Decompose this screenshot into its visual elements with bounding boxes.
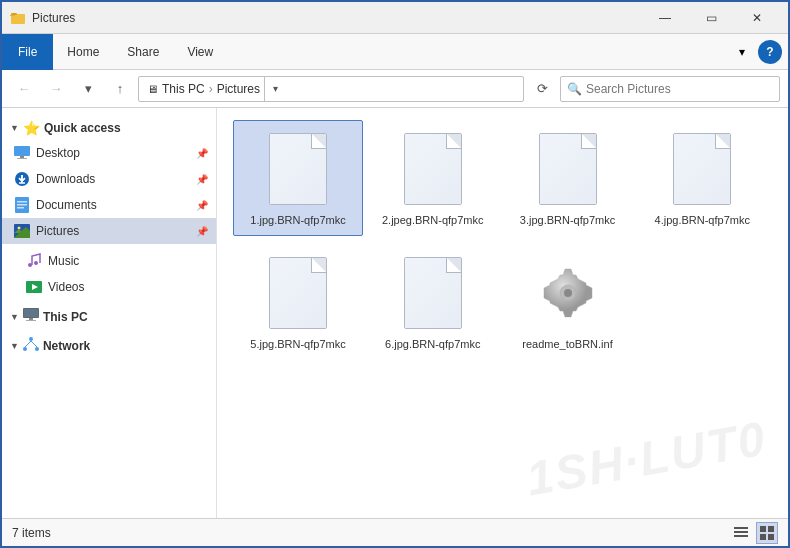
pin-icon-downloads: 📌: [196, 174, 208, 185]
file-item-6[interactable]: 6.jpg.BRN-qfp7mkc: [368, 244, 498, 360]
file-name-4: 4.jpg.BRN-qfp7mkc: [655, 213, 750, 227]
quick-access-header[interactable]: ▼ ⭐ Quick access: [2, 116, 216, 140]
this-pc-section: ▼ This PC: [2, 304, 216, 329]
refresh-button[interactable]: ⟳: [528, 75, 556, 103]
file-area: 1.jpg.BRN-qfp7mkc 2.jpeg.BRN-qfp7mkc 3.j…: [217, 108, 788, 522]
sidebar-item-desktop[interactable]: Desktop 📌: [2, 140, 216, 166]
gear-svg: [542, 267, 594, 319]
file-item-4[interactable]: 4.jpg.BRN-qfp7mkc: [637, 120, 767, 236]
network-section: ▼ Network: [2, 333, 216, 358]
file-icon-4: [667, 129, 737, 209]
quick-access-section: ▼ ⭐ Quick access Desktop 📌 Downloads 📌: [2, 116, 216, 244]
details-view-button[interactable]: [730, 522, 752, 544]
view-controls: [730, 522, 778, 544]
up-button[interactable]: ↑: [106, 75, 134, 103]
svg-line-29: [31, 341, 37, 347]
address-folder: Pictures: [217, 82, 260, 96]
ribbon-home-tab[interactable]: Home: [53, 34, 113, 70]
documents-icon: [14, 197, 30, 213]
svg-point-26: [23, 347, 27, 351]
recent-locations-button[interactable]: ▾: [74, 75, 102, 103]
sidebar-documents-label: Documents: [36, 198, 97, 212]
quick-access-label: Quick access: [44, 121, 121, 135]
address-path-box[interactable]: 🖥 This PC › Pictures ▾: [138, 76, 524, 102]
search-icon: 🔍: [567, 82, 582, 96]
svg-rect-36: [768, 526, 774, 532]
sidebar-desktop-label: Desktop: [36, 146, 80, 160]
minimize-button[interactable]: —: [642, 2, 688, 34]
search-box[interactable]: 🔍: [560, 76, 780, 102]
sidebar-music-label: Music: [48, 254, 79, 268]
address-pc-icon: 🖥: [147, 83, 158, 95]
item-count: 7 items: [12, 526, 51, 540]
tiles-view-button[interactable]: [756, 522, 778, 544]
file-icon-1: [263, 129, 333, 209]
svg-rect-12: [17, 201, 27, 203]
svg-point-31: [564, 289, 572, 297]
file-name-7: readme_toBRN.inf: [522, 337, 613, 351]
window-icon: [10, 10, 26, 26]
file-item-5[interactable]: 5.jpg.BRN-qfp7mkc: [233, 244, 363, 360]
network-header[interactable]: ▼ Network: [2, 333, 216, 358]
svg-rect-5: [17, 158, 27, 159]
svg-line-28: [25, 341, 31, 347]
svg-rect-3: [14, 146, 30, 156]
window-controls: — ▭ ✕: [642, 2, 780, 34]
address-sep1: ›: [209, 82, 213, 96]
music-icon: [26, 253, 42, 269]
pin-icon-pictures: 📌: [196, 226, 208, 237]
file-item-2[interactable]: 2.jpeg.BRN-qfp7mkc: [368, 120, 498, 236]
ribbon-view-tab[interactable]: View: [173, 34, 227, 70]
extra-section: Music Videos: [2, 248, 216, 300]
help-button[interactable]: ?: [758, 40, 782, 64]
search-input[interactable]: [586, 82, 773, 96]
file-item-3[interactable]: 3.jpg.BRN-qfp7mkc: [503, 120, 633, 236]
pin-icon-documents: 📌: [196, 200, 208, 211]
window-title: Pictures: [32, 11, 642, 25]
network-label: Network: [43, 339, 90, 353]
sidebar-item-videos[interactable]: Videos: [2, 274, 216, 300]
svg-rect-34: [734, 535, 748, 537]
sidebar-item-pictures[interactable]: Pictures 📌: [2, 218, 216, 244]
back-button[interactable]: ←: [10, 75, 38, 103]
svg-rect-2: [10, 15, 15, 16]
svg-rect-35: [760, 526, 766, 532]
address-thispc: This PC: [162, 82, 205, 96]
sidebar: ▼ ⭐ Quick access Desktop 📌 Downloads 📌: [2, 108, 217, 522]
address-bar: ← → ▾ ↑ 🖥 This PC › Pictures ▾ ⟳ 🔍: [2, 70, 788, 108]
address-dropdown-button[interactable]: ▾: [264, 76, 286, 102]
pictures-icon: [14, 223, 30, 239]
file-item-7[interactable]: readme_toBRN.inf: [503, 244, 633, 360]
file-name-3: 3.jpg.BRN-qfp7mkc: [520, 213, 615, 227]
close-button[interactable]: ✕: [734, 2, 780, 34]
sidebar-downloads-label: Downloads: [36, 172, 95, 186]
file-icon-2: [398, 129, 468, 209]
file-item-1[interactable]: 1.jpg.BRN-qfp7mkc: [233, 120, 363, 236]
file-icon-3: [533, 129, 603, 209]
title-bar: Pictures — ▭ ✕: [2, 2, 788, 34]
ribbon-share-tab[interactable]: Share: [113, 34, 173, 70]
file-name-5: 5.jpg.BRN-qfp7mkc: [250, 337, 345, 351]
ribbon-right: ▾ ?: [730, 40, 788, 64]
ribbon-tabs: Home Share View: [53, 34, 227, 69]
forward-button[interactable]: →: [42, 75, 70, 103]
ribbon: File Home Share View ▾ ?: [2, 34, 788, 70]
file-icon-6: [398, 253, 468, 333]
ribbon-collapse-button[interactable]: ▾: [730, 40, 754, 64]
this-pc-header[interactable]: ▼ This PC: [2, 304, 216, 329]
this-pc-expand-icon: ▼: [10, 312, 19, 322]
status-bar: 7 items: [2, 518, 788, 546]
this-pc-label: This PC: [43, 310, 88, 324]
sidebar-item-documents[interactable]: Documents 📌: [2, 192, 216, 218]
file-name-2: 2.jpeg.BRN-qfp7mkc: [382, 213, 484, 227]
main-layout: ▼ ⭐ Quick access Desktop 📌 Downloads 📌: [2, 108, 788, 522]
svg-rect-32: [734, 527, 748, 529]
downloads-icon: [14, 171, 30, 187]
maximize-button[interactable]: ▭: [688, 2, 734, 34]
sidebar-item-music[interactable]: Music: [2, 248, 216, 274]
ribbon-file-tab[interactable]: File: [2, 34, 53, 70]
svg-rect-13: [17, 204, 27, 206]
sidebar-item-downloads[interactable]: Downloads 📌: [2, 166, 216, 192]
svg-rect-37: [760, 534, 766, 540]
svg-rect-24: [26, 320, 36, 321]
